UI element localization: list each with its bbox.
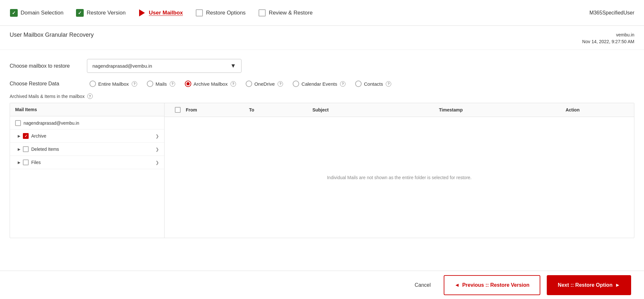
help-icon-onedrive[interactable]: ? xyxy=(278,81,283,87)
prev-button[interactable]: ◄ Previous :: Restore Version xyxy=(444,275,541,295)
empty-checkbox-review-restore xyxy=(259,9,266,16)
chevron-right-archive: ❯ xyxy=(156,134,159,139)
tree-item-deleted-items[interactable]: ▶ Deleted Items ❯ xyxy=(10,143,164,156)
col-header-to: To xyxy=(249,107,313,112)
step-label-domain-selection: Domain Selection xyxy=(21,10,63,16)
radio-outer-entire-mailbox xyxy=(90,81,96,87)
radio-calendar-events[interactable]: Calendar Events ? xyxy=(293,81,346,87)
help-icon-archive-section[interactable]: ? xyxy=(87,93,93,99)
restore-data-row: Choose Restore Data Entire Mailbox ? Mai… xyxy=(10,81,634,87)
radio-outer-onedrive xyxy=(246,81,252,87)
tree-item-archive[interactable]: ▶ Archive ❯ xyxy=(10,130,164,143)
check-icon-domain xyxy=(10,9,18,17)
wizard-step-restore-options[interactable]: Restore Options xyxy=(192,0,255,26)
step-label-restore-version: Restore Version xyxy=(87,10,126,16)
radio-outer-archive-mailbox xyxy=(185,81,191,87)
wizard-user: M365SpecifiedUser xyxy=(589,10,638,16)
empty-message: Individual Mails are not shown as the en… xyxy=(165,117,634,238)
page-title-bar: User Mailbox Granular Recovery vembu.in … xyxy=(0,26,644,50)
wizard-header: Domain Selection Restore Version User Ma… xyxy=(0,0,644,26)
mail-items-header: Mail Items xyxy=(15,107,37,112)
radio-label-contacts: Contacts xyxy=(364,81,383,87)
tree-root-checkbox[interactable] xyxy=(15,120,21,126)
select-all-checkbox[interactable] xyxy=(175,107,181,113)
page-meta: vembu.in Nov 14, 2022, 9:27:50 AM xyxy=(582,32,634,45)
col-header-subject: Subject xyxy=(312,107,439,112)
radio-label-onedrive: OneDrive xyxy=(254,81,275,87)
help-icon-archive-mailbox[interactable]: ? xyxy=(231,81,236,87)
next-button-label: Next :: Restore Option xyxy=(558,282,612,288)
radio-outer-calendar-events xyxy=(293,81,299,87)
step-icon-review-restore xyxy=(258,9,266,17)
checkbox-deleted-items[interactable] xyxy=(23,146,29,152)
chevron-right-deleted: ❯ xyxy=(156,147,159,152)
archive-section-label: Archived Mails & Items in the mailbox ? xyxy=(10,93,634,99)
radio-inner-archive-mailbox xyxy=(186,82,190,85)
chevron-right-files: ❯ xyxy=(156,160,159,165)
radio-label-entire-mailbox: Entire Mailbox xyxy=(98,81,129,87)
checkbox-archive[interactable] xyxy=(23,133,29,139)
svg-marker-1 xyxy=(139,9,145,16)
step-label-review-restore: Review & Restore xyxy=(269,10,313,16)
mailbox-form-row: Choose mailbox to restore nagendraprasad… xyxy=(10,59,634,73)
radio-outer-mails xyxy=(147,81,153,87)
cancel-button[interactable]: Cancel xyxy=(408,279,437,291)
col-header-timestamp: Timestamp xyxy=(439,107,565,112)
radio-label-mails: Mails xyxy=(156,81,167,87)
prev-button-label: Previous :: Restore Version xyxy=(462,282,529,288)
left-panel-header: Mail Items xyxy=(10,103,164,116)
right-panel: From To Subject Timestamp Action Individ… xyxy=(165,103,634,238)
check-icon-restore-version xyxy=(76,9,84,17)
radio-label-archive-mailbox: Archive Mailbox xyxy=(194,81,228,87)
radio-archive-mailbox[interactable]: Archive Mailbox ? xyxy=(185,81,236,87)
dropdown-arrow-icon: ▼ xyxy=(230,63,236,69)
wizard-step-restore-version[interactable]: Restore Version xyxy=(72,0,135,26)
mailbox-label: Choose mailbox to restore xyxy=(10,63,87,69)
radio-entire-mailbox[interactable]: Entire Mailbox ? xyxy=(90,81,137,87)
tree-root-label: nagendraprasad@vembu.in xyxy=(24,121,79,126)
table-container: Mail Items nagendraprasad@vembu.in ▶ Arc… xyxy=(10,103,634,238)
datetime-label: Nov 14, 2022, 9:27:50 AM xyxy=(582,38,634,45)
radio-mails[interactable]: Mails ? xyxy=(147,81,175,87)
wizard-step-user-mailbox[interactable]: User Mailbox xyxy=(135,0,192,26)
help-icon-entire-mailbox[interactable]: ? xyxy=(132,81,137,87)
radio-options: Entire Mailbox ? Mails ? Archive Mailbox… xyxy=(90,81,391,87)
mailbox-dropdown[interactable]: nagendraprasad@vembu.in ▼ xyxy=(87,59,242,73)
wizard-step-domain-selection[interactable]: Domain Selection xyxy=(6,0,72,26)
radio-contacts[interactable]: Contacts ? xyxy=(355,81,391,87)
step-label-restore-options: Restore Options xyxy=(206,10,246,16)
help-icon-mails[interactable]: ? xyxy=(170,81,175,87)
domain-label: vembu.in xyxy=(582,32,634,38)
mailbox-selected-value: nagendraprasad@vembu.in xyxy=(92,63,152,69)
step-icon-restore-options xyxy=(195,9,204,17)
tree-label-archive: Archive xyxy=(31,133,156,139)
radio-outer-contacts xyxy=(355,81,362,87)
wizard-step-review-restore[interactable]: Review & Restore xyxy=(255,0,322,26)
help-icon-contacts[interactable]: ? xyxy=(386,81,391,87)
radio-label-calendar-events: Calendar Events xyxy=(301,81,337,87)
checkbox-files[interactable] xyxy=(23,159,29,165)
step-icon-restore-version xyxy=(76,9,84,17)
tree-label-files: Files xyxy=(31,160,156,165)
step-icon-domain xyxy=(10,9,18,17)
help-icon-calendar-events[interactable]: ? xyxy=(340,81,346,87)
wizard-steps: Domain Selection Restore Version User Ma… xyxy=(6,0,589,26)
next-right-arrow-icon: ► xyxy=(615,282,620,288)
page-title: User Mailbox Granular Recovery xyxy=(10,32,94,38)
empty-checkbox-restore-options xyxy=(196,9,203,16)
step-label-user-mailbox: User Mailbox xyxy=(149,10,183,16)
left-panel: Mail Items nagendraprasad@vembu.in ▶ Arc… xyxy=(10,103,165,238)
expand-arrow-deleted: ▶ xyxy=(16,147,22,152)
expand-arrow-archive: ▶ xyxy=(16,133,22,139)
tree-root-item: nagendraprasad@vembu.in xyxy=(10,116,164,130)
col-header-from: From xyxy=(186,107,249,112)
tree-item-files[interactable]: ▶ Files ❯ xyxy=(10,156,164,169)
restore-data-label: Choose Restore Data xyxy=(10,81,87,87)
right-panel-header: From To Subject Timestamp Action xyxy=(165,103,634,117)
step-icon-user-mailbox xyxy=(138,9,146,17)
radio-onedrive[interactable]: OneDrive ? xyxy=(246,81,283,87)
expand-arrow-files: ▶ xyxy=(16,160,22,165)
next-button[interactable]: Next :: Restore Option ► xyxy=(547,275,631,295)
main-content: Choose mailbox to restore nagendraprasad… xyxy=(0,50,644,238)
prev-left-arrow-icon: ◄ xyxy=(455,282,460,288)
